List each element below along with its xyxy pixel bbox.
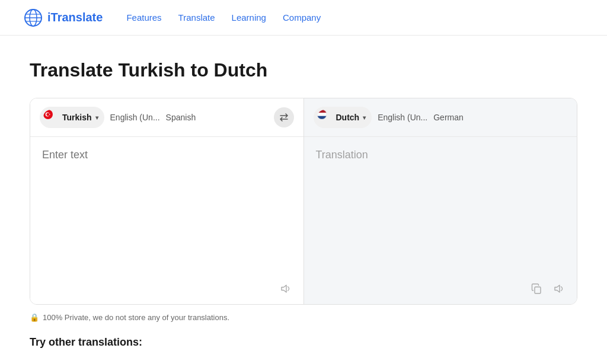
source-language-selector[interactable]: Turkish ▾	[40, 107, 104, 128]
page-title: Translate Turkish to Dutch	[30, 59, 577, 81]
source-shortcut-2[interactable]: Spanish	[166, 113, 196, 122]
target-text-area: Translation	[304, 137, 577, 276]
target-copy-button[interactable]	[528, 280, 545, 297]
main-content: Translate Turkish to Dutch	[0, 36, 607, 364]
target-shortcut-2[interactable]: German	[433, 113, 464, 122]
lock-icon: 🔒	[30, 313, 39, 322]
source-shortcut-1[interactable]: English (Un...	[110, 113, 160, 122]
target-language-label: Dutch	[336, 113, 360, 122]
globe-icon	[24, 8, 43, 27]
copy-icon	[531, 283, 542, 295]
privacy-text: 100% Private, we do not store any of you…	[43, 313, 229, 322]
try-other-section: Try other translations:	[30, 336, 577, 349]
nav-links: Features Translate Learning Company	[126, 12, 321, 23]
svg-rect-17	[535, 287, 541, 293]
source-text-area	[30, 137, 304, 276]
source-panel-footer	[30, 276, 304, 304]
speaker-icon	[280, 283, 292, 295]
chevron-down-icon-right: ▾	[363, 114, 366, 121]
target-panel: Dutch ▾ English (Un... German Translatio…	[304, 98, 577, 304]
nav-learning[interactable]: Learning	[232, 12, 266, 23]
source-panel: Turkish ▾ English (Un... Spanish	[30, 98, 304, 304]
nav-translate[interactable]: Translate	[178, 12, 215, 23]
source-language-label: Turkish	[62, 113, 92, 122]
chevron-down-icon: ▾	[95, 114, 98, 121]
target-panel-header: Dutch ▾ English (Un... German	[304, 98, 577, 137]
swap-button[interactable]	[274, 107, 294, 127]
speaker-icon-right	[553, 283, 565, 295]
translation-output: Translation	[316, 149, 566, 161]
source-text-input[interactable]	[42, 149, 292, 267]
nav-features[interactable]: Features	[126, 12, 161, 23]
target-speak-button[interactable]	[551, 280, 567, 297]
target-panel-footer	[304, 276, 577, 304]
privacy-note: 🔒 100% Private, we do not store any of y…	[30, 313, 577, 322]
swap-icon	[279, 112, 289, 123]
swap-area	[274, 107, 294, 127]
translator-panel: Turkish ▾ English (Un... Spanish	[30, 98, 577, 305]
turkish-flag-icon	[43, 110, 59, 125]
try-other-label: Try other translations:	[30, 336, 142, 348]
nav-company[interactable]: Company	[283, 12, 321, 23]
logo[interactable]: iTranslate	[24, 8, 103, 27]
navbar: iTranslate Features Translate Learning C…	[0, 0, 607, 36]
source-speak-button[interactable]	[277, 280, 294, 297]
target-shortcut-1[interactable]: English (Un...	[378, 113, 427, 122]
logo-text: iTranslate	[47, 11, 103, 24]
svg-rect-14	[317, 113, 327, 116]
source-panel-header: Turkish ▾ English (Un... Spanish	[30, 98, 304, 137]
target-language-selector[interactable]: Dutch ▾	[314, 107, 372, 128]
dutch-flag-icon	[317, 110, 333, 125]
